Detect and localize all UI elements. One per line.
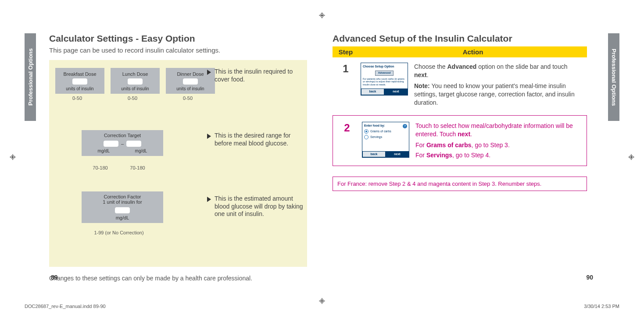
page-title: Advanced Setup of the Insulin Calculator [333, 33, 595, 44]
target-range-2: 70-180 [130, 165, 145, 170]
dinner-range: 0-50 [166, 96, 210, 101]
side-tab-left: Professional Options [25, 33, 36, 121]
radio-grams[interactable] [364, 129, 369, 134]
page-90: Professional Options Advanced Setup of t… [322, 25, 619, 282]
footnote: Changes to these settings can only be ma… [49, 275, 311, 282]
page-subtitle: This page can be used to record insulin … [49, 46, 311, 54]
note-1-text: This is the insulin required to cover fo… [215, 68, 295, 83]
step-table: Step Action 1 Choose Setup Option Advanc… [333, 46, 587, 166]
note-1: This is the insulin required to cover fo… [207, 68, 295, 83]
note-3: This is the estimated amount blood gluco… [207, 195, 304, 218]
s2-l3b: Servings [426, 152, 452, 159]
step-1-number: 1 [337, 63, 354, 75]
reg-mark-top [319, 12, 325, 20]
arrow-icon [207, 134, 211, 139]
screen-1-desc: For patients who count carbs (in grams o… [363, 78, 406, 86]
page-89: Professional Options Calculator Settings… [25, 25, 322, 282]
dinner-dose-label: Dinner Dose [168, 71, 212, 77]
target-unit-2: mg/dL [135, 149, 147, 153]
screen-1-header: Choose Setup Option [363, 65, 406, 68]
target-unit-1: mg/dL [98, 149, 110, 153]
col-step: Step [333, 46, 359, 57]
breakfast-dose-card: Breakfast Dose units of insulin [55, 68, 104, 94]
step-1-action: Choose the Advanced option on the slide … [414, 63, 583, 106]
breakfast-range: 0-50 [55, 96, 99, 101]
lunch-dose-card: Lunch Dose units of insulin [111, 68, 160, 94]
s2-t2: next [458, 131, 470, 138]
units-label: units of insulin [168, 86, 212, 91]
screen-2-next-button[interactable]: next [386, 151, 409, 157]
page-number-90: 90 [586, 274, 593, 281]
step-2-action: Touch to select how meal/carbohydrate in… [415, 122, 581, 159]
step-2-row: 2 ? Enter food by: Grams of carbs Servin… [338, 120, 581, 161]
screen-1-back-button[interactable]: back [361, 88, 384, 95]
reg-mark-left [10, 154, 16, 161]
units-label: units of insulin [58, 86, 102, 91]
breakfast-dose-field[interactable] [72, 78, 87, 85]
s2-t1: Touch to select how meal/carbohydrate in… [415, 122, 573, 138]
correction-factor-line2: 1 unit of insulin for [85, 199, 160, 205]
correction-target-card: Correction Target – mg/dL mg/dL [82, 130, 163, 156]
arrow-icon [207, 70, 211, 75]
opt-grams: Grams of carbs [370, 130, 391, 133]
s1-t4: next [414, 71, 427, 78]
note-2: This is the desired range for before mea… [207, 132, 299, 147]
france-note: For France: remove Step 2 & 4 and magent… [333, 177, 587, 191]
s1-t5: . [427, 71, 429, 78]
correction-target-label: Correction Target [85, 133, 160, 138]
print-footer: DOC28687_rev-E_manual.indd 89-90 3/30/14… [25, 304, 619, 309]
worksheet-panel: Breakfast Dose units of insulin 0-50 Lun… [49, 60, 307, 267]
page-title: Calculator Settings - Easy Option [49, 33, 311, 44]
screen-1-option[interactable]: Advanced [375, 71, 394, 75]
s1-t1: Choose the [414, 63, 447, 70]
reg-mark-right [628, 154, 634, 161]
step-1-screen: Choose Setup Option Advanced For patient… [361, 63, 408, 96]
s1-t3: option on the slide bar and touch [476, 63, 567, 70]
step-2-magenta-box: 2 ? Enter food by: Grams of carbs Servin… [333, 115, 587, 166]
target-range-1: 70-180 [93, 165, 107, 170]
breakfast-dose-label: Breakfast Dose [58, 71, 102, 77]
lunch-dose-field[interactable] [128, 78, 143, 85]
s1-t2: Advanced [447, 63, 477, 70]
s2-l3c: , go to Step 4. [452, 152, 490, 159]
radio-servings[interactable] [364, 135, 369, 139]
dinner-dose-field[interactable] [183, 78, 198, 85]
s1-note-label: Note: [414, 82, 430, 89]
lunch-dose-label: Lunch Dose [113, 71, 157, 77]
lunch-range: 0-50 [111, 96, 154, 101]
target-high-field[interactable] [126, 141, 141, 147]
step-2-number: 2 [338, 122, 356, 134]
side-tab-right: Professional Options [608, 33, 619, 121]
s2-t3: . [470, 131, 472, 138]
footer-stamp: 3/30/14 2:53 PM [584, 304, 619, 309]
screen-1-next-button[interactable]: next [384, 88, 408, 95]
step-1-row: 1 Choose Setup Option Advanced For patie… [333, 57, 587, 112]
col-action: Action [359, 46, 587, 57]
step-table-header: Step Action [333, 46, 587, 57]
factor-unit: mg/dL [85, 215, 160, 220]
screen-2-header: Enter food by: [364, 124, 407, 127]
correction-factor-line1: Correction Factor [85, 194, 160, 199]
s2-l2b: Grams of carbs [426, 142, 472, 149]
step-2-screen: ? Enter food by: Grams of carbs Servings… [362, 122, 409, 158]
help-icon[interactable]: ? [403, 124, 407, 128]
s2-l3a: For [415, 152, 426, 159]
factor-range: 1-99 (or No Correction) [82, 230, 156, 235]
footer-file: DOC28687_rev-E_manual.indd 89-90 [25, 304, 106, 309]
arrow-icon [207, 197, 211, 202]
s2-l2a: For [415, 142, 426, 149]
s1-note-text: You need to know your patient's meal-tim… [414, 82, 575, 106]
note-2-text: This is the desired range for before mea… [215, 132, 299, 147]
correction-factor-card: Correction Factor 1 unit of insulin for … [82, 191, 163, 223]
screen-2-back-button[interactable]: back [362, 151, 386, 157]
note-3-text: This is the estimated amount blood gluco… [215, 195, 304, 218]
factor-field[interactable] [115, 207, 130, 213]
opt-servings: Servings [370, 135, 382, 138]
page-number-89: 89 [51, 274, 58, 281]
target-dash: – [121, 141, 124, 146]
s2-l2c: , go to Step 3. [472, 142, 510, 149]
target-low-field[interactable] [104, 141, 118, 147]
units-label: units of insulin [113, 86, 157, 91]
